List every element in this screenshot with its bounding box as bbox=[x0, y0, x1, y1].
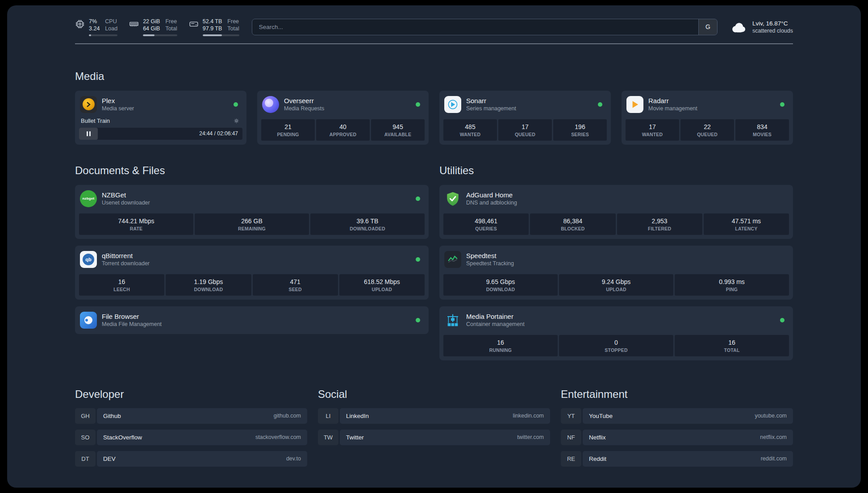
service-card-portainer[interactable]: Media Portainer Container management 16 … bbox=[439, 306, 793, 360]
bookmark-group-title: Developer bbox=[75, 388, 307, 401]
disk-label-bottom: Total bbox=[227, 25, 239, 32]
stat-approved: 40 APPROVED bbox=[316, 119, 370, 141]
cpu-label-top: CPU bbox=[105, 18, 117, 25]
stat-download: 1.19 Gbps DOWNLOAD bbox=[166, 274, 251, 296]
resource-widgets: 7% 3.24 CPU Load bbox=[75, 18, 239, 36]
search-input[interactable] bbox=[252, 19, 698, 35]
memory-total-value: 64 GiB bbox=[143, 25, 160, 32]
disk-progress-bar bbox=[203, 34, 239, 36]
radarr-icon bbox=[626, 96, 643, 113]
service-card-adguard[interactable]: AdGuard Home DNS and adblocking 498,461 … bbox=[439, 185, 793, 239]
status-dot bbox=[234, 102, 238, 107]
stat-queued: 22 QUEUED bbox=[680, 119, 734, 141]
search-provider-button[interactable]: G bbox=[698, 19, 717, 35]
section-title-utilities: Utilities bbox=[439, 164, 793, 177]
bookmark-label: LinkedIn bbox=[346, 413, 369, 419]
cpu-icon bbox=[75, 19, 85, 29]
topbar: 7% 3.24 CPU Load bbox=[75, 18, 793, 36]
stat-upload: 9.24 Gbps UPLOAD bbox=[559, 274, 673, 296]
stat-leech: 16 LEECH bbox=[79, 274, 164, 296]
bookmark-dev[interactable]: DT DEV dev.to bbox=[75, 451, 307, 467]
service-card-overseerr[interactable]: Overseerr Media Requests 21 PENDING 40 A… bbox=[257, 91, 429, 145]
service-name: qBittorrent bbox=[102, 252, 150, 260]
section-utilities: Utilities bbox=[439, 164, 793, 360]
dashboard-panel: 7% 3.24 CPU Load bbox=[7, 5, 861, 488]
search-bar: G bbox=[252, 19, 718, 35]
service-name: Sonarr bbox=[466, 97, 516, 105]
service-subtitle: Speedtest Tracking bbox=[466, 260, 514, 267]
service-card-plex[interactable]: Plex Media server Bullet Train bbox=[75, 91, 246, 145]
stat-queued: 17 QUEUED bbox=[498, 119, 552, 141]
bookmark-group-entertainment: Entertainment YT YouTube youtube.com NF … bbox=[561, 388, 793, 467]
bookmark-url: dev.to bbox=[286, 455, 301, 462]
pause-button[interactable] bbox=[79, 128, 98, 140]
service-subtitle: Usenet downloader bbox=[102, 200, 150, 206]
cpu-load-value: 3.24 bbox=[89, 25, 100, 32]
bookmark-github[interactable]: GH Github github.com bbox=[75, 408, 307, 424]
weather-widget[interactable]: Lviv, 16.87°C scattered clouds bbox=[730, 20, 793, 34]
cpu-progress-bar bbox=[89, 34, 117, 36]
service-subtitle: Container management bbox=[466, 321, 525, 327]
service-card-sonarr[interactable]: Sonarr Series management 485 WANTED 17 Q… bbox=[439, 91, 611, 145]
gear-icon[interactable] bbox=[233, 117, 240, 124]
bookmark-url: netflix.com bbox=[760, 434, 787, 440]
portainer-icon bbox=[444, 312, 461, 329]
bookmark-group-title: Social bbox=[318, 388, 550, 401]
memory-free-value: 22 GiB bbox=[143, 18, 160, 25]
stat-running: 16 RUNNING bbox=[443, 335, 558, 356]
status-dot bbox=[416, 318, 420, 322]
status-dot bbox=[416, 102, 420, 107]
bookmark-linkedin[interactable]: LI LinkedIn linkedin.com bbox=[318, 408, 550, 424]
service-card-nzbget[interactable]: nzbget NZBGet Usenet downloader 744.21 M… bbox=[75, 185, 429, 239]
filebrowser-icon bbox=[80, 312, 97, 329]
bookmark-label: DEV bbox=[103, 455, 116, 462]
service-name: Plex bbox=[102, 97, 134, 105]
bookmark-abbr: SO bbox=[75, 430, 96, 445]
cpu-label-bottom: Load bbox=[105, 25, 117, 32]
bookmark-stackoverflow[interactable]: SO StackOverflow stackoverflow.com bbox=[75, 430, 307, 445]
service-subtitle: Torrent downloader bbox=[102, 260, 150, 267]
service-name: NZBGet bbox=[102, 191, 150, 200]
bookmark-url: youtube.com bbox=[755, 413, 787, 419]
bookmark-reddit[interactable]: RE Reddit reddit.com bbox=[561, 451, 793, 467]
stat-downloaded: 39.6 TB DOWNLOADED bbox=[310, 213, 425, 235]
stat-pending: 21 PENDING bbox=[261, 119, 315, 141]
service-name: Radarr bbox=[648, 97, 697, 105]
stat-available: 945 AVAILABLE bbox=[371, 119, 425, 141]
service-card-qbittorrent[interactable]: qb qBittorrent Torrent downloader 16 LEE… bbox=[75, 246, 429, 300]
weather-condition: scattered clouds bbox=[752, 28, 793, 34]
service-card-filebrowser[interactable]: File Browser Media File Management bbox=[75, 306, 429, 334]
bookmark-netflix[interactable]: NF Netflix netflix.com bbox=[561, 430, 793, 445]
stat-series: 196 SERIES bbox=[553, 119, 607, 141]
memory-widget: 22 GiB 64 GiB Free Total bbox=[129, 18, 177, 36]
nzbget-icon: nzbget bbox=[80, 190, 97, 207]
memory-label-bottom: Total bbox=[165, 25, 177, 32]
bookmark-label: Twitter bbox=[346, 434, 364, 441]
qbittorrent-icon: qb bbox=[80, 251, 97, 268]
topbar-divider bbox=[75, 43, 793, 44]
bookmark-twitter[interactable]: TW Twitter twitter.com bbox=[318, 430, 550, 445]
bookmark-abbr: GH bbox=[75, 408, 96, 424]
service-name: Overseerr bbox=[284, 97, 324, 105]
bookmark-label: YouTube bbox=[589, 413, 613, 419]
disk-label-top: Free bbox=[227, 18, 239, 25]
screen-frame: 7% 3.24 CPU Load bbox=[0, 0, 868, 493]
service-subtitle: Movie management bbox=[648, 105, 697, 112]
stat-rate: 744.21 Mbps RATE bbox=[79, 213, 193, 235]
service-card-speedtest[interactable]: Speedtest Speedtest Tracking 9.65 Gbps D… bbox=[439, 246, 793, 300]
disk-total-value: 97.9 TB bbox=[203, 25, 222, 32]
section-media: Media Plex Media server bbox=[75, 70, 793, 145]
stat-filtered: 2,953 FILTERED bbox=[617, 213, 702, 235]
stat-latency: 47.571 ms LATENCY bbox=[704, 213, 789, 235]
stat-download: 9.65 Gbps DOWNLOAD bbox=[443, 274, 558, 296]
sonarr-icon bbox=[444, 96, 461, 113]
bookmark-youtube[interactable]: YT YouTube youtube.com bbox=[561, 408, 793, 424]
section-title-documents: Documents & Files bbox=[75, 164, 429, 177]
stat-seed: 471 SEED bbox=[253, 274, 338, 296]
now-playing-title: Bullet Train bbox=[81, 117, 110, 124]
service-card-radarr[interactable]: Radarr Movie management 17 WANTED 22 QUE… bbox=[622, 91, 793, 145]
cloud-icon bbox=[730, 20, 747, 33]
bookmark-abbr: YT bbox=[561, 408, 581, 424]
stat-total: 16 TOTAL bbox=[675, 335, 789, 356]
media-player-bar: 24:44 / 02:06:47 bbox=[79, 128, 242, 140]
